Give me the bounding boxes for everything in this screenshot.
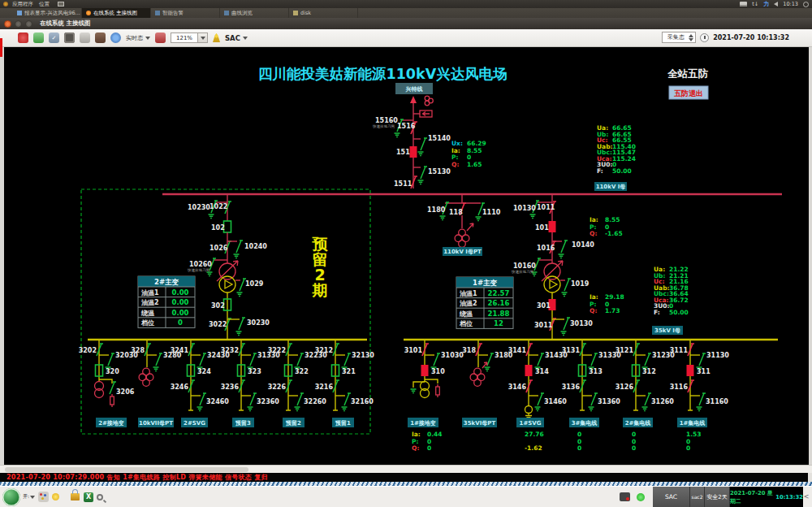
tab-0[interactable]: 报表显示-兴达风电96... xyxy=(13,8,82,18)
bay-label-预留1[interactable]: 预留1 xyxy=(332,418,354,427)
earth-switch-31230[interactable] xyxy=(645,353,651,366)
sac-task-button[interactable]: SAC xyxy=(653,487,690,507)
bay-label-10kVII母PT[interactable]: 10kVII母PT xyxy=(138,418,174,427)
earth-switch-32030[interactable] xyxy=(108,353,114,366)
tab-3[interactable]: 曲线浏览 xyxy=(220,8,289,18)
start-menu[interactable]: 开: xyxy=(23,493,35,500)
disconnector-3226[interactable] xyxy=(286,380,292,392)
earth-switch-31160[interactable] xyxy=(699,393,706,405)
tray-text[interactable]: t↓ xyxy=(752,1,758,7)
bay-label-3#集电线[interactable]: 3#集电线 xyxy=(569,418,599,427)
earth-switch-31130[interactable] xyxy=(699,353,706,366)
disconnector-3241[interactable] xyxy=(188,344,195,356)
bay-label-110kV I母[interactable]: 110kV I母 xyxy=(594,182,627,191)
bay-label-兴特线[interactable]: 兴特线 xyxy=(395,83,433,94)
earth-switch-32360[interactable] xyxy=(250,393,257,405)
bay-label-35kV I母[interactable]: 35kV I母 xyxy=(652,326,683,335)
earth-switch-32130[interactable] xyxy=(344,353,351,366)
bay-label-2#SVG[interactable]: 2#SVG xyxy=(181,418,208,427)
earth-switch-31260[interactable] xyxy=(645,393,651,405)
disconnector-3141[interactable] xyxy=(526,344,533,356)
earth-switch-10140[interactable] xyxy=(561,240,568,253)
earth-switch-31330[interactable] xyxy=(250,353,257,366)
zoom-dropdown-button[interactable] xyxy=(198,32,208,43)
disconnector-3216[interactable] xyxy=(333,380,339,392)
breaker-314[interactable] xyxy=(525,365,533,376)
vertical-scrollbar[interactable] xyxy=(0,47,4,465)
disconnector-3236[interactable] xyxy=(239,380,245,392)
distro-icon[interactable] xyxy=(3,2,8,6)
bulb-icon[interactable] xyxy=(52,493,59,500)
earth-switch-3180[interactable] xyxy=(487,353,494,366)
tab-2[interactable]: 智能告警 xyxy=(151,8,220,18)
earth-switch-30130[interactable] xyxy=(564,318,570,330)
earth-switch-32430[interactable] xyxy=(200,353,206,366)
maximize-icon[interactable] xyxy=(25,20,32,28)
snapshot-button[interactable] xyxy=(95,32,106,43)
screenshot-tool-icon[interactable] xyxy=(58,2,64,6)
single-line-diagram-canvas[interactable]: 四川能投美姑新能源110kV兴达风电场全站五防五防退出预留2期320232030… xyxy=(0,47,812,465)
disconnector-3131[interactable] xyxy=(580,344,586,356)
volume-icon[interactable] xyxy=(774,2,778,6)
earth-switch-31030[interactable] xyxy=(434,353,440,366)
bay-label-1#集电线[interactable]: 1#集电线 xyxy=(677,418,707,427)
earth-switch-31330[interactable] xyxy=(591,353,598,366)
ime-indicator[interactable]: 力 xyxy=(763,0,769,8)
earth-switch-3206[interactable] xyxy=(110,382,116,394)
earth-switch-30230[interactable] xyxy=(239,318,245,330)
bay-label-预留3[interactable]: 预留3 xyxy=(232,418,254,427)
horizontal-scrollbar[interactable] xyxy=(0,465,812,473)
earth-switch-31430[interactable] xyxy=(538,353,544,366)
breaker-102[interactable] xyxy=(224,221,231,232)
tab-1[interactable]: 在线系统 主接线图 xyxy=(82,8,151,18)
menu-places[interactable]: 位置 xyxy=(39,1,50,8)
gear-icon[interactable] xyxy=(803,2,809,7)
earth-switch-31460[interactable] xyxy=(538,393,544,405)
disconnector-3222[interactable] xyxy=(286,344,292,356)
tab-4[interactable]: disk xyxy=(289,8,358,18)
horizontal-scrollbar-thumb[interactable] xyxy=(5,467,248,472)
alarm-bar[interactable]: 2021-07-20 10:07:29.000 告知 1#集电线路 控制LD 弹… xyxy=(0,473,812,482)
palette-icon[interactable] xyxy=(38,492,49,502)
system-logo-icon[interactable] xyxy=(2,488,20,506)
breaker-101[interactable] xyxy=(549,221,556,232)
disconnector-318[interactable] xyxy=(476,344,482,356)
bay-label-1#接地变[interactable]: 1#接地变 xyxy=(408,418,438,427)
bay-label-2#集电线[interactable]: 2#集电线 xyxy=(623,418,653,427)
disconnector-3111[interactable] xyxy=(688,344,694,356)
capture-icon[interactable] xyxy=(620,492,630,501)
menu-applications[interactable]: 应用程序 xyxy=(12,1,33,8)
disconnector-3136[interactable] xyxy=(580,380,586,392)
user-menu[interactable]: SAC xyxy=(225,34,248,42)
earth-switch-15140[interactable] xyxy=(421,138,427,150)
acquisition-state-select[interactable]: 采集态 xyxy=(662,32,696,43)
sac2-task-button[interactable]: sac2 xyxy=(690,487,705,507)
disconnector-3121[interactable] xyxy=(633,344,640,356)
earth-switch-10240[interactable] xyxy=(236,240,243,253)
earth-switch-32260[interactable] xyxy=(297,393,304,405)
collapse-chevron[interactable]: < xyxy=(803,493,810,500)
zoom-input[interactable]: 121% xyxy=(171,32,198,43)
monitor-icon[interactable] xyxy=(64,32,75,43)
app-launcher-icon[interactable] xyxy=(33,32,44,43)
breaker-151[interactable] xyxy=(410,146,417,158)
wufang-exit-button[interactable]: 五防退出 xyxy=(669,86,708,99)
bay-label-1#SVG[interactable]: 1#SVG xyxy=(516,418,544,427)
disconnector-328[interactable] xyxy=(145,344,151,356)
earth-switch-32230[interactable] xyxy=(297,353,304,366)
refresh-icon[interactable] xyxy=(155,32,166,43)
search-icon[interactable] xyxy=(97,494,103,500)
earth-switch-32460[interactable] xyxy=(200,393,206,405)
confirm-icon[interactable]: ✓ xyxy=(49,32,59,43)
disconnector-3246[interactable] xyxy=(188,380,195,392)
spinner-icon[interactable] xyxy=(689,34,695,41)
mode-select[interactable]: 实时态 xyxy=(126,34,150,42)
bay-label-110kV I母PT[interactable]: 110kV I母PT xyxy=(443,247,482,256)
bay-label-预留2[interactable]: 预留2 xyxy=(283,418,304,427)
bay-label-2#接地变[interactable]: 2#接地变 xyxy=(96,418,127,427)
disconnector-3146[interactable] xyxy=(526,380,533,392)
breaker-310[interactable] xyxy=(421,365,429,376)
earth-switch-3280[interactable] xyxy=(156,353,162,366)
breaker-311[interactable] xyxy=(687,365,694,376)
spreadsheet-icon[interactable]: X xyxy=(84,492,93,502)
